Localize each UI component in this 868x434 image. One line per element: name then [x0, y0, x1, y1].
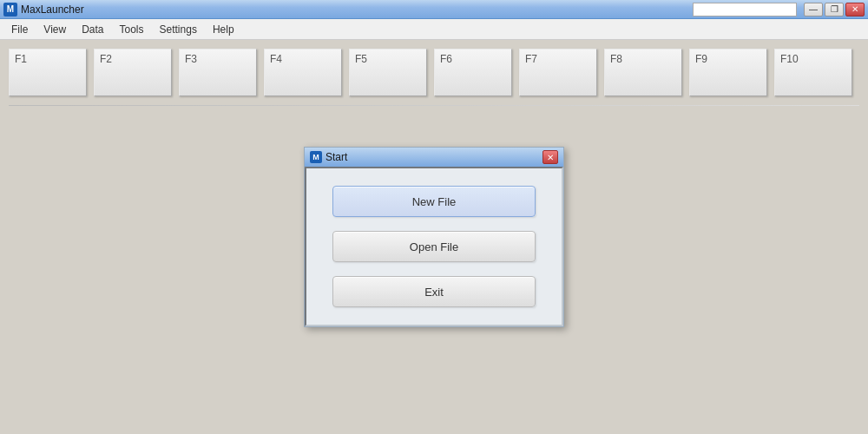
- exit-button[interactable]: Exit: [332, 276, 536, 307]
- menu-file[interactable]: File: [3, 21, 36, 38]
- minimize-button[interactable]: —: [804, 3, 823, 16]
- title-bar: M MaxLauncher — ❐ ✕: [0, 0, 868, 19]
- dialog-overlay: M Start ✕ New File Open File Exit: [0, 40, 868, 434]
- dialog-title-text: Start: [326, 151, 347, 163]
- title-bar-controls: — ❐ ✕: [804, 3, 865, 16]
- dialog-icon: M: [310, 151, 322, 163]
- close-button[interactable]: ✕: [845, 3, 865, 16]
- menu-bar: File View Data Tools Settings Help: [0, 19, 868, 40]
- open-file-button[interactable]: Open File: [332, 231, 536, 262]
- dialog-close-button[interactable]: ✕: [542, 150, 558, 164]
- new-file-button[interactable]: New File: [332, 186, 536, 217]
- menu-help[interactable]: Help: [205, 21, 242, 38]
- menu-tools[interactable]: Tools: [112, 21, 152, 38]
- app-icon: M: [3, 3, 17, 16]
- restore-button[interactable]: ❐: [825, 3, 844, 16]
- search-input[interactable]: [693, 3, 797, 16]
- menu-settings[interactable]: Settings: [152, 21, 205, 38]
- start-dialog: M Start ✕ New File Open File Exit: [304, 147, 564, 327]
- menu-view[interactable]: View: [36, 21, 74, 38]
- dialog-title-bar: M Start ✕: [305, 148, 563, 167]
- title-bar-left: M MaxLauncher: [3, 3, 84, 16]
- menu-data[interactable]: Data: [74, 21, 111, 38]
- main-area: F1 F2 F3 F4 F5 F6 F7 F8 F9 F10 M Start ✕…: [0, 40, 868, 434]
- app-title: MaxLauncher: [21, 3, 84, 16]
- dialog-body: New File Open File Exit: [305, 167, 563, 326]
- dialog-title-left: M Start: [310, 151, 347, 163]
